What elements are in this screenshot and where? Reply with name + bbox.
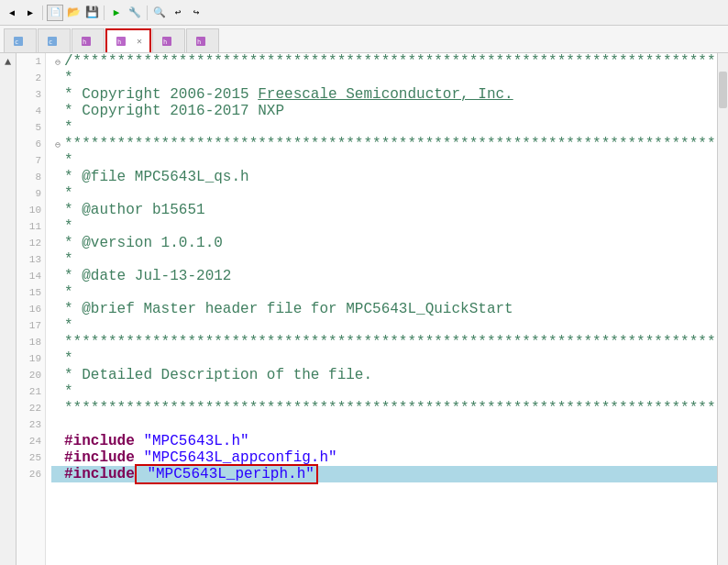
toolbar-new[interactable]: 📄 bbox=[47, 5, 63, 21]
tab-mpc-qs-h[interactable]: h ✕ bbox=[105, 28, 151, 52]
left-gutter: ▲ bbox=[0, 53, 17, 565]
line-number-6: 6 bbox=[17, 136, 41, 152]
tab-icon-mpc-per: h bbox=[194, 35, 207, 48]
code-line-10: * @author b15651 bbox=[51, 202, 717, 218]
line-content-19: * bbox=[64, 350, 717, 367]
line-content-20: * Detailed Description of the file. bbox=[64, 367, 717, 383]
line-content-15: * bbox=[64, 284, 717, 301]
line-content-1: /***************************************… bbox=[64, 53, 717, 70]
scrollbar-thumb[interactable] bbox=[719, 72, 727, 108]
keyword-include-highlight: #include bbox=[64, 466, 135, 482]
code-line-5: * bbox=[51, 119, 717, 136]
code-line-24: #include "MPC5643L.h" bbox=[51, 433, 717, 449]
code-line-21: * bbox=[51, 383, 717, 400]
scrollbar-vertical[interactable] bbox=[717, 53, 728, 565]
toolbar-icon-1[interactable]: ◀ bbox=[4, 5, 20, 21]
line-content-2: * bbox=[64, 70, 717, 86]
toolbar-open[interactable]: 📂 bbox=[65, 5, 82, 21]
line-number-24: 24 bbox=[17, 433, 41, 449]
fold-icon-6[interactable]: ⊖ bbox=[51, 139, 64, 150]
code-line-23 bbox=[51, 416, 717, 433]
fold-icon-1[interactable]: ⊖ bbox=[51, 57, 64, 68]
line-content-24: #include "MPC5643L.h" bbox=[64, 433, 717, 449]
toolbar-icon-2[interactable]: ▶ bbox=[22, 5, 39, 21]
line-number-5: 5 bbox=[17, 119, 41, 136]
code-line-9: * bbox=[51, 185, 717, 202]
line-number-1: 1 bbox=[17, 53, 41, 70]
tab-mpc-per[interactable]: h bbox=[186, 28, 219, 52]
line-number-14: 14 bbox=[17, 268, 41, 284]
line-number-12: 12 bbox=[17, 235, 41, 251]
toolbar-search[interactable]: 🔍 bbox=[151, 5, 168, 21]
svg-text:c: c bbox=[15, 39, 18, 46]
code-line-26: #include "MPC5643L_periph.h" bbox=[51, 466, 717, 482]
code-line-20: * Detailed Description of the file. bbox=[51, 367, 717, 383]
line-content-7: * bbox=[64, 152, 717, 169]
line-number-16: 16 bbox=[17, 301, 41, 317]
line-content-9: * bbox=[64, 185, 717, 202]
code-line-17: * bbox=[51, 317, 717, 334]
tab-icon-mpc-h: h bbox=[160, 35, 173, 48]
toolbar-sep-2 bbox=[104, 6, 105, 20]
line-content-18: ****************************************… bbox=[64, 334, 717, 350]
tab-close-mpc-qs-h[interactable]: ✕ bbox=[137, 36, 142, 47]
line-numbers: 1234567891011121314151617181920212223242… bbox=[17, 53, 46, 565]
tab-icon-adc-h: h bbox=[80, 35, 93, 48]
line-number-22: 22 bbox=[17, 400, 41, 416]
line-content-4: * Copyright 2016-2017 NXP bbox=[64, 103, 717, 119]
code-line-13: * bbox=[51, 251, 717, 268]
line-content-21: * bbox=[64, 383, 717, 400]
string-include-highlight: "MPC5643L_periph.h" bbox=[135, 464, 318, 484]
code-area[interactable]: ⊖/**************************************… bbox=[46, 53, 717, 565]
line-number-9: 9 bbox=[17, 185, 41, 202]
line-number-21: 21 bbox=[17, 383, 41, 400]
keyword-include-24: #include bbox=[64, 433, 135, 449]
gutter-up-arrow[interactable]: ▲ bbox=[5, 55, 11, 71]
line-content-8: * @file MPC5643L_qs.h bbox=[64, 169, 717, 185]
toolbar-undo[interactable]: ↩ bbox=[170, 5, 186, 21]
line-content-11: * bbox=[64, 218, 717, 235]
string-include-24: "MPC5643L.h" bbox=[135, 433, 249, 449]
tab-mpc-h[interactable]: h bbox=[152, 28, 185, 52]
toolbar: ◀ ▶ 📄 📂 💾 ▶ 🔧 🔍 ↩ ↪ bbox=[0, 0, 728, 26]
toolbar-redo[interactable]: ↪ bbox=[188, 5, 204, 21]
line-number-17: 17 bbox=[17, 317, 41, 334]
code-line-15: * bbox=[51, 284, 717, 301]
keyword-include-25: #include bbox=[64, 449, 135, 466]
tab-main-c[interactable]: c bbox=[4, 28, 37, 52]
line-number-23: 23 bbox=[17, 416, 41, 433]
code-line-2: * bbox=[51, 70, 717, 86]
svg-text:h: h bbox=[197, 39, 201, 46]
tab-icon-mpc-qs-h: h bbox=[115, 35, 127, 48]
code-line-6: ⊖ **************************************… bbox=[51, 136, 717, 152]
line-number-15: 15 bbox=[17, 284, 41, 301]
line-number-19: 19 bbox=[17, 350, 41, 367]
code-line-3: * Copyright 2006-2015 Freescale Semicond… bbox=[51, 86, 717, 103]
line-number-13: 13 bbox=[17, 251, 41, 268]
tab-adc-c[interactable]: c bbox=[38, 28, 71, 52]
line-number-10: 10 bbox=[17, 202, 41, 218]
toolbar-build[interactable]: ▶ bbox=[108, 5, 125, 21]
line-content-5: * bbox=[64, 119, 717, 136]
line-content-6: ****************************************… bbox=[64, 136, 717, 152]
line-content-26: #include "MPC5643L_periph.h" bbox=[64, 466, 717, 482]
line-content-14: * @date Jul-13-2012 bbox=[64, 268, 717, 284]
main-area: ▲ 12345678910111213141516171819202122232… bbox=[0, 53, 728, 565]
tab-icon-adc-c: c bbox=[46, 35, 59, 48]
code-line-19: * bbox=[51, 350, 717, 367]
line-content-16: * @brief Master header file for MPC5643L… bbox=[64, 301, 717, 317]
line-content-22: ****************************************… bbox=[64, 400, 717, 416]
line-number-18: 18 bbox=[17, 334, 41, 350]
toolbar-sep-1 bbox=[42, 6, 43, 20]
svg-text:c: c bbox=[49, 39, 52, 46]
toolbar-save[interactable]: 💾 bbox=[83, 5, 100, 21]
code-line-7: * bbox=[51, 152, 717, 169]
tab-adc-h[interactable]: h bbox=[72, 28, 105, 52]
line-content-10: * @author b15651 bbox=[64, 202, 717, 218]
line-number-25: 25 bbox=[17, 449, 41, 466]
line-number-8: 8 bbox=[17, 169, 41, 185]
code-line-1: ⊖/**************************************… bbox=[51, 53, 717, 70]
code-line-8: * @file MPC5643L_qs.h bbox=[51, 169, 717, 185]
toolbar-debug[interactable]: 🔧 bbox=[127, 5, 143, 21]
line-number-20: 20 bbox=[17, 367, 41, 383]
